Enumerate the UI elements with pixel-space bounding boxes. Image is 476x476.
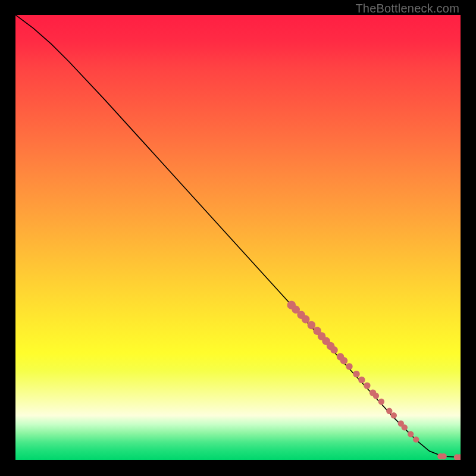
chart-svg xyxy=(15,15,461,460)
data-point xyxy=(364,382,370,389)
data-point xyxy=(378,399,384,405)
data-point xyxy=(408,431,414,437)
data-point xyxy=(330,346,337,353)
data-point xyxy=(353,371,359,377)
data-points xyxy=(287,300,461,460)
data-point xyxy=(402,424,408,430)
data-point xyxy=(440,453,446,459)
data-point xyxy=(346,363,352,369)
watermark-text: TheBottleneck.com xyxy=(355,2,459,15)
plot-area xyxy=(15,15,461,460)
data-point xyxy=(302,315,310,324)
data-point xyxy=(386,408,392,414)
chart-frame: TheBottleneck.com xyxy=(0,0,476,476)
bottleneck-curve xyxy=(15,15,461,458)
data-point xyxy=(340,357,347,364)
data-point xyxy=(308,321,316,330)
data-point xyxy=(391,412,397,418)
data-point xyxy=(358,377,365,383)
data-point xyxy=(413,436,419,442)
data-point xyxy=(373,393,379,399)
